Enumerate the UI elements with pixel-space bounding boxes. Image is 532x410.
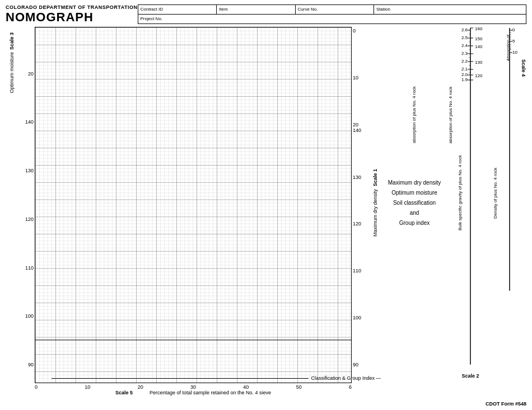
y-label-r-20: 20140 bbox=[353, 122, 370, 133]
y-label-20: 20 bbox=[18, 71, 34, 77]
scale3-sublabel: Optimum moisture bbox=[9, 52, 15, 93]
svg-text:140: 140 bbox=[475, 44, 483, 49]
y-label-90: 90 bbox=[18, 362, 34, 367]
form-number: CDOT Form #548 bbox=[486, 400, 526, 407]
absorption-no4-label: absorption of plus No. 4 rock bbox=[412, 36, 420, 193]
svg-text:160: 160 bbox=[475, 27, 483, 31]
x-label-0: 0 bbox=[35, 384, 38, 390]
scale1-sublabel: Maximum dry density bbox=[372, 189, 378, 237]
y-label-r-130: 130 bbox=[353, 175, 370, 180]
text-group-index: Group index bbox=[388, 218, 441, 228]
bulk-gravity-label: Bulk specific gravity of plus No. 4 rock bbox=[458, 36, 466, 350]
x-label-30: 30 bbox=[190, 384, 196, 390]
form-title: NOMOGRAPH bbox=[6, 10, 138, 25]
header: COLORADO DEPARTMENT OF TRANSPORTATION NO… bbox=[6, 4, 526, 25]
agency-title: COLORADO DEPARTMENT OF TRANSPORTATION bbox=[6, 4, 138, 10]
absorption4-label: Absorption of bbox=[506, 35, 511, 61]
y-label-r-100: 100 bbox=[353, 315, 370, 321]
scale2-label: Scale 2 bbox=[461, 373, 479, 379]
x-label-6: 6 bbox=[349, 384, 352, 390]
project-no-label: Project No. bbox=[141, 16, 163, 21]
density-label: Density of plus No. 4 rock bbox=[493, 36, 501, 350]
y-label-100: 100 bbox=[18, 313, 34, 319]
item-label: Item bbox=[219, 7, 228, 12]
header-row-2: Project No. bbox=[138, 15, 526, 23]
curve-no-cell[interactable]: Curve No. bbox=[296, 5, 375, 14]
header-row-1: Contract ID Item Curve No. Station bbox=[138, 5, 526, 15]
station-cell[interactable]: Station bbox=[374, 5, 526, 14]
text-and: and bbox=[388, 208, 441, 218]
absorption-label: absorption of plus No. 4 rock bbox=[448, 86, 453, 143]
svg-text:130: 130 bbox=[475, 60, 483, 65]
classification-line: Classification & Group Index — bbox=[52, 375, 381, 381]
y-label-130: 130 bbox=[18, 168, 34, 173]
y-label-r-10: 10 bbox=[353, 75, 370, 81]
scale1-label: Scale 1 bbox=[372, 169, 378, 186]
contract-id-label: Contract ID bbox=[141, 7, 163, 12]
x-label-10: 10 bbox=[85, 384, 90, 390]
svg-text:120: 120 bbox=[475, 73, 483, 78]
x-label-20: 20 bbox=[138, 384, 143, 390]
header-left: COLORADO DEPARTMENT OF TRANSPORTATION NO… bbox=[6, 4, 138, 25]
x-label-50: 50 bbox=[296, 384, 302, 390]
y-label-r-120: 120 bbox=[353, 221, 370, 227]
svg-text:5: 5 bbox=[512, 39, 515, 44]
scale3-label: Scale 3 bbox=[9, 32, 15, 50]
text-soil-class: Soil classification bbox=[388, 198, 441, 208]
item-cell[interactable]: Item bbox=[217, 5, 296, 14]
svg-text:0: 0 bbox=[512, 27, 515, 32]
station-label: Station bbox=[376, 7, 390, 12]
x-axis-title: Percentage of total sample retained on t… bbox=[150, 390, 271, 395]
main-grid bbox=[35, 27, 351, 383]
x-label-40: 40 bbox=[243, 384, 249, 390]
project-no-cell[interactable]: Project No. bbox=[138, 15, 526, 23]
y-label-r-110: 110 bbox=[353, 268, 370, 274]
y-label-140: 140 bbox=[18, 119, 34, 125]
y-label-120: 120 bbox=[18, 216, 34, 222]
scale4-title-label: Scale 4 bbox=[521, 35, 526, 102]
curve-no-label: Curve No. bbox=[298, 7, 318, 12]
y-label-110: 110 bbox=[18, 265, 34, 271]
svg-text:2.6: 2.6 bbox=[461, 27, 468, 32]
y-label-r-0: 0 bbox=[353, 28, 370, 34]
scale5-label: Scale 5 bbox=[115, 390, 133, 395]
classification-label: Classification & Group Index bbox=[309, 375, 375, 381]
contract-id-cell[interactable]: Contract ID bbox=[138, 5, 217, 14]
page: COLORADO DEPARTMENT OF TRANSPORTATION NO… bbox=[0, 0, 532, 410]
svg-text:10: 10 bbox=[512, 50, 517, 55]
svg-text:150: 150 bbox=[475, 36, 483, 41]
svg-rect-1 bbox=[35, 27, 351, 383]
y-label-r-90: 90 bbox=[353, 362, 370, 367]
header-fields: Contract ID Item Curve No. Station Proje… bbox=[138, 4, 527, 24]
